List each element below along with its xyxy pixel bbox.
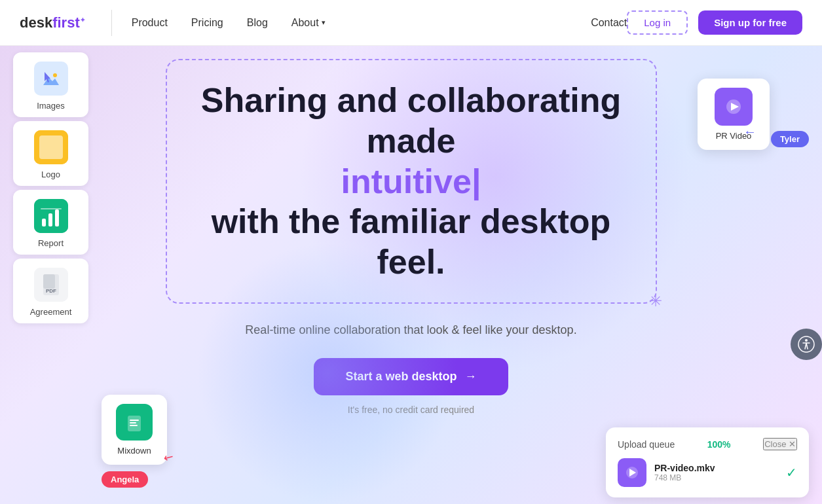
upload-file-info: PR-video.mkv 748 MB [654,463,778,482]
svg-rect-8 [55,209,59,226]
accessibility-button[interactable] [791,329,822,360]
hero-dashed-box: Sharing and collaborating made intuitive… [166,59,657,304]
upload-check-icon: ✓ [786,465,797,480]
svg-rect-12 [43,274,55,289]
nav-about[interactable]: About ▾ [291,17,326,29]
nav-pricing[interactable]: Pricing [191,17,223,29]
logo-label: Logo [41,170,60,179]
angela-badge: Angela [102,471,148,488]
chevron-down-icon: ▾ [322,18,326,27]
svg-rect-18 [130,422,136,423]
upload-close-button[interactable]: Close ✕ [763,438,797,450]
upload-title: Upload queue [618,439,675,450]
logo[interactable]: deskfirst✦ [20,14,85,31]
cta-button[interactable]: Start a web desktop → [314,358,508,395]
navbar-actions: Log in Sign up for free [627,10,802,35]
cursor: | [472,162,481,200]
hero-section: Images Logo Repor [0,46,822,504]
hero-title-highlight: intuitive [341,162,472,200]
tyler-arrow-icon: ← [743,124,757,139]
upload-file-size: 748 MB [654,473,778,482]
mixdown-icon [116,404,153,441]
file-item-report[interactable]: Report [13,190,88,255]
corner-decoration: ✳ [645,292,666,313]
file-item-agreement[interactable]: PDF Agreement [13,259,88,323]
signup-button[interactable]: Sign up for free [698,10,802,35]
upload-percent: 100% [707,439,731,450]
nav-contact[interactable]: Contact [591,17,627,29]
svg-point-2 [53,73,57,77]
file-sidebar: Images Logo Repor [13,52,88,327]
tyler-badge: Tyler [771,131,809,147]
mixdown-card[interactable]: Mixdown [102,395,167,465]
svg-rect-6 [42,219,46,226]
pr-video-card[interactable]: PR Video [698,79,770,150]
hero-center: Sharing and collaborating made intuitive… [162,59,660,415]
upload-header: Upload queue 100% Close ✕ [618,438,797,450]
pr-video-icon [715,88,753,126]
navbar-divider [111,10,112,36]
svg-text:PDF: PDF [46,288,56,294]
report-label: Report [38,238,64,248]
mixdown-label: Mixdown [117,446,151,456]
upload-file-name: PR-video.mkv [654,463,778,473]
close-icon: ✕ [789,439,796,449]
upload-file-icon [618,458,646,487]
nav-blog[interactable]: Blog [247,17,268,29]
cta-arrow-icon: → [465,370,477,384]
images-icon [34,62,68,96]
svg-rect-7 [48,213,52,226]
upload-file-row: PR-video.mkv 748 MB ✓ [618,458,797,487]
svg-point-23 [805,339,808,342]
hero-title: Sharing and collaborating made intuitive… [200,80,623,283]
navbar-links: Product Pricing Blog About ▾ Contact [132,17,627,29]
upload-card: Upload queue 100% Close ✕ PR-video.mkv 7… [606,427,809,497]
file-item-images[interactable]: Images [13,52,88,117]
navbar: deskfirst✦ Product Pricing Blog About ▾ … [0,0,822,46]
svg-rect-4 [39,135,63,159]
hero-title-line1: Sharing and collaborating made [201,81,621,160]
login-button[interactable]: Log in [627,10,688,35]
logo-text: deskfirst✦ [20,14,85,31]
svg-rect-9 [41,208,62,209]
images-label: Images [37,101,65,111]
agreement-icon: PDF [34,268,68,302]
svg-rect-17 [130,420,139,421]
svg-rect-0 [41,68,62,89]
nav-product[interactable]: Product [132,17,168,29]
report-icon [34,199,68,233]
agreement-label: Agreement [30,307,72,317]
svg-rect-19 [130,425,138,426]
logo-file-icon [34,130,68,164]
cta-label: Start a web desktop [345,370,457,384]
file-item-logo[interactable]: Logo [13,121,88,186]
hero-title-line2: with the familiar desktop feel. [212,202,611,281]
hero-subtitle: Real-time online collaboration that look… [245,323,576,337]
free-note: It's free, no credit card required [348,405,474,415]
